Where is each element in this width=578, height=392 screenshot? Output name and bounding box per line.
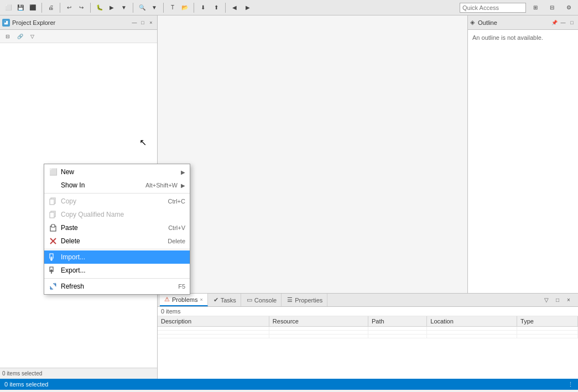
empty-cell <box>158 334 269 338</box>
empty-cell <box>517 327 578 331</box>
table-row-empty-3 <box>158 334 578 338</box>
new-submenu-arrow: ▶ <box>181 169 185 175</box>
context-menu-paste[interactable]: Paste Ctrl+V <box>44 221 190 234</box>
menu-item-copy-qualified-label: Copy Qualified Name <box>61 211 185 218</box>
status-vertical-ruler: ⋮ <box>567 381 574 388</box>
tab-tasks-label: Tasks <box>221 297 236 304</box>
open-type-button[interactable]: T <box>166 2 179 14</box>
prev-annotation-button[interactable]: ⬆ <box>210 2 222 14</box>
context-menu-new[interactable]: ⬜ New ▶ <box>44 165 190 179</box>
panel-close-btn[interactable]: × <box>147 19 155 27</box>
view-menu-button[interactable]: ▽ <box>27 31 38 42</box>
outline-minimize-btn[interactable]: — <box>559 19 567 27</box>
problems-data-table: Description Resource Path Location Type <box>158 316 578 338</box>
context-menu-import[interactable]: Import... <box>44 250 190 264</box>
minimize-bottom-btn[interactable]: ▽ <box>541 295 551 305</box>
empty-cell <box>517 331 578 334</box>
link-with-editor-button[interactable]: 🔗 <box>14 31 25 42</box>
outline-pin-btn[interactable]: 📌 <box>550 19 558 27</box>
tab-problems-close[interactable]: × <box>200 297 202 302</box>
tab-properties-label: Properties <box>295 297 322 304</box>
maximize-bottom-btn[interactable]: □ <box>553 295 563 305</box>
menu-item-paste-label: Paste <box>61 224 165 232</box>
show-in-icon <box>49 181 58 190</box>
bottom-panel: ⚠ Problems × ✔ Tasks ▭ Console ☰ Proper <box>158 293 578 379</box>
run-dropdown[interactable]: ▼ <box>118 2 130 14</box>
editor-area[interactable] <box>158 15 467 293</box>
context-menu-copy[interactable]: Copy Ctrl+C <box>44 195 190 208</box>
project-explorer-status: 0 items selected <box>0 368 157 379</box>
toolbar-group-1: ⬜ 💾 ⬛ <box>2 2 39 14</box>
empty-cell <box>368 331 427 334</box>
sep2 <box>60 3 60 13</box>
tab-console-label: Console <box>254 297 277 304</box>
col-location[interactable]: Location <box>427 316 517 327</box>
save-all-button[interactable]: ⬛ <box>27 2 39 14</box>
context-menu-refresh[interactable]: Refresh F5 <box>44 280 190 293</box>
forward-button[interactable]: ▶ <box>242 2 254 14</box>
quick-access-input[interactable] <box>460 3 526 13</box>
main-layout: Project Explorer — □ × ⊟ 🔗 ▽ ⬜ New ▶ <box>0 15 578 379</box>
panel-minimize-btn[interactable]: — <box>131 19 138 27</box>
redo-button[interactable]: ↪ <box>75 2 87 14</box>
col-type[interactable]: Type <box>517 316 578 327</box>
project-explorer-content: ⬜ New ▶ Show In Alt+Shift+W ▶ <box>0 43 157 368</box>
menu-item-show-in-label: Show In <box>61 181 142 189</box>
run-button[interactable]: ▶ <box>106 2 118 14</box>
col-path[interactable]: Path <box>368 316 427 327</box>
tasks-icon: ✔ <box>214 296 218 304</box>
perspective-button[interactable]: ⊞ <box>528 2 543 14</box>
back-button[interactable]: ◀ <box>228 2 241 14</box>
open-resource-button[interactable]: 📂 <box>179 2 191 14</box>
status-bar: 0 items selected ⋮ <box>0 379 578 390</box>
menu-sep-2 <box>44 249 190 249</box>
tab-properties[interactable]: ☰ Properties <box>283 294 327 306</box>
tab-problems[interactable]: ⚠ Problems × <box>160 294 208 306</box>
perspective-open-button[interactable]: ⊟ <box>545 2 559 14</box>
sep6 <box>194 3 194 13</box>
menu-item-import-label: Import... <box>61 253 185 261</box>
col-resource[interactable]: Resource <box>269 316 368 327</box>
show-in-shortcut: Alt+Shift+W <box>145 182 178 189</box>
new-button[interactable]: ⬜ <box>2 2 14 14</box>
problems-count: 0 items <box>158 307 578 316</box>
copy-qualified-icon <box>49 210 58 219</box>
menu-sep-3 <box>44 278 190 279</box>
empty-cell <box>517 334 578 338</box>
outline-maximize-btn[interactable]: □ <box>568 19 576 27</box>
toolbar-group-2: 🖨 <box>45 2 57 14</box>
panel-maximize-btn[interactable]: □ <box>139 19 147 27</box>
problems-tbody <box>158 327 578 338</box>
context-menu-show-in[interactable]: Show In Alt+Shift+W ▶ <box>44 179 190 192</box>
outline-icon: ◈ <box>470 19 475 26</box>
problems-table[interactable]: Description Resource Path Location Type <box>158 316 578 379</box>
collapse-all-button[interactable]: ⊟ <box>2 31 13 42</box>
sep5 <box>163 3 164 13</box>
outline-header: ◈ Outline 📌 — □ <box>468 15 578 30</box>
context-menu-export[interactable]: Export... <box>44 264 190 277</box>
print-button[interactable]: 🖨 <box>45 2 57 14</box>
status-bar-text: 0 items selected <box>4 381 48 388</box>
perspective-settings-button[interactable]: ⚙ <box>561 2 576 14</box>
context-menu-copy-qualified[interactable]: Copy Qualified Name <box>44 208 190 221</box>
context-menu-delete[interactable]: Delete Delete <box>44 234 190 248</box>
show-in-submenu-arrow: ▶ <box>181 182 185 189</box>
status-text: 0 items selected <box>2 370 42 377</box>
mouse-cursor: ↖ <box>139 137 147 148</box>
sep1 <box>41 3 42 13</box>
tab-tasks[interactable]: ✔ Tasks <box>209 294 241 306</box>
close-bottom-btn[interactable]: × <box>564 295 574 305</box>
tab-console[interactable]: ▭ Console <box>242 294 282 306</box>
copy-icon <box>49 197 58 206</box>
search-dropdown[interactable]: ▼ <box>148 2 160 14</box>
undo-button[interactable]: ↩ <box>63 2 75 14</box>
search-button[interactable]: 🔍 <box>136 2 148 14</box>
table-row-empty-2 <box>158 331 578 334</box>
col-description[interactable]: Description <box>158 316 269 327</box>
debug-button[interactable]: 🐛 <box>93 2 106 14</box>
table-row-empty-1 <box>158 327 578 331</box>
svg-rect-7 <box>51 224 55 227</box>
context-menu: ⬜ New ▶ Show In Alt+Shift+W ▶ <box>44 164 190 295</box>
next-annotation-button[interactable]: ⬇ <box>197 2 209 14</box>
save-button[interactable]: 💾 <box>14 2 27 14</box>
